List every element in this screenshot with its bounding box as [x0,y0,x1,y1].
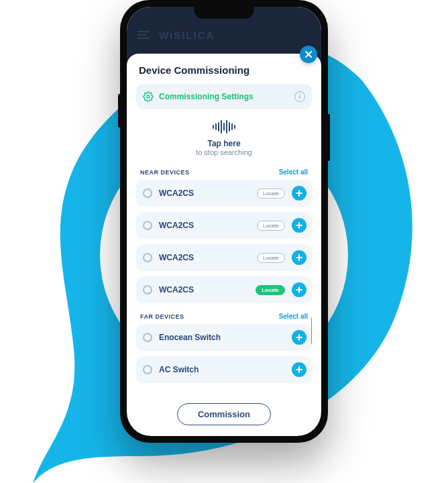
device-row: WCA2CS Locate [136,244,312,271]
close-button[interactable] [300,46,317,63]
commissioning-settings-bar[interactable]: Commissioning Settings i [136,84,312,109]
settings-label: Commissioning Settings [159,92,289,101]
sound-wave-icon [136,119,312,135]
near-devices-title: NEAR DEVICES [140,169,190,176]
device-row: AC Switch [136,356,312,383]
device-name: AC Switch [159,365,285,374]
close-icon [304,50,313,58]
add-device-button[interactable] [292,362,306,377]
locate-button[interactable]: Locate [257,221,285,231]
brand-logo-text: WiSILICA [159,30,215,41]
near-devices-header: NEAR DEVICES Select all [136,164,312,180]
device-radio[interactable] [143,189,152,198]
stop-searching-text: to stop searching [136,148,312,156]
modal-title: Device Commissioning [139,64,312,76]
phone-screen: WiSILICA Device Commissioning Commission… [127,7,321,436]
device-radio[interactable] [143,333,152,342]
commissioning-modal: Device Commissioning Commissioning Setti… [127,54,321,436]
gear-icon [143,91,154,102]
device-name: WCA2CS [159,253,250,262]
device-row: WCA2CS Locate [136,180,312,207]
far-devices-header: FAR DEVICES Select all [136,309,312,324]
device-row: WCA2CS Locate [136,276,312,303]
device-radio[interactable] [143,285,152,294]
phone-notch [194,7,254,19]
device-radio[interactable] [143,221,152,230]
plus-icon [296,286,302,293]
device-radio[interactable] [143,253,152,262]
device-name: WCA2CS [159,189,250,198]
add-device-button[interactable] [292,250,306,265]
device-row: WCA2CS Locate [136,212,312,239]
locate-button[interactable]: Locate [257,189,285,199]
add-device-button[interactable] [292,218,306,233]
device-row: Enocean Switch [136,324,312,351]
svg-point-2 [147,95,150,98]
commission-button[interactable]: Commission [177,403,271,425]
select-all-far[interactable]: Select all [279,313,308,320]
plus-icon [296,222,302,229]
scrollbar-thumb[interactable] [311,317,312,344]
phone-device-frame: WiSILICA Device Commissioning Commission… [120,0,328,443]
modal-footer: Commission [136,396,312,425]
device-name: WCA2CS [159,285,249,294]
info-icon[interactable]: i [294,91,305,102]
device-radio[interactable] [143,365,152,374]
add-device-button[interactable] [292,330,306,345]
searching-indicator[interactable]: Tap here to stop searching [136,119,312,156]
menu-icon[interactable] [137,31,150,39]
plus-icon [296,366,302,373]
far-devices-title: FAR DEVICES [140,313,184,320]
locate-button[interactable]: Locate [257,253,285,263]
plus-icon [296,254,302,261]
device-name: Enocean Switch [159,333,285,342]
plus-icon [296,334,302,341]
select-all-near[interactable]: Select all [279,168,308,176]
tap-here-text: Tap here [136,139,312,148]
plus-icon [296,190,302,197]
device-list: NEAR DEVICES Select all WCA2CS Locate WC… [136,164,312,396]
locate-button-active[interactable]: Locate [256,285,285,295]
add-device-button[interactable] [292,282,306,297]
add-device-button[interactable] [292,186,306,201]
device-name: WCA2CS [159,221,250,230]
